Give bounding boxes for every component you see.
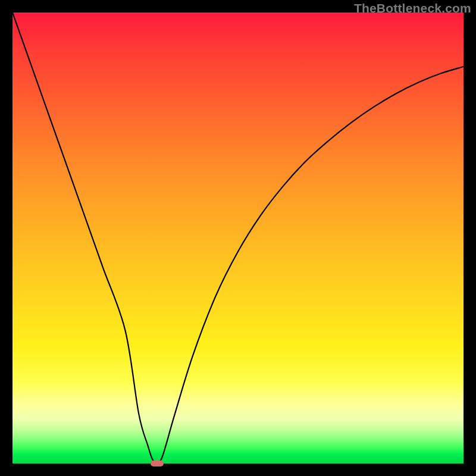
plot-area	[12, 12, 464, 464]
minimum-marker	[151, 461, 164, 466]
chart-frame: TheBottleneck.com	[0, 0, 476, 476]
bottleneck-curve	[12, 12, 464, 464]
